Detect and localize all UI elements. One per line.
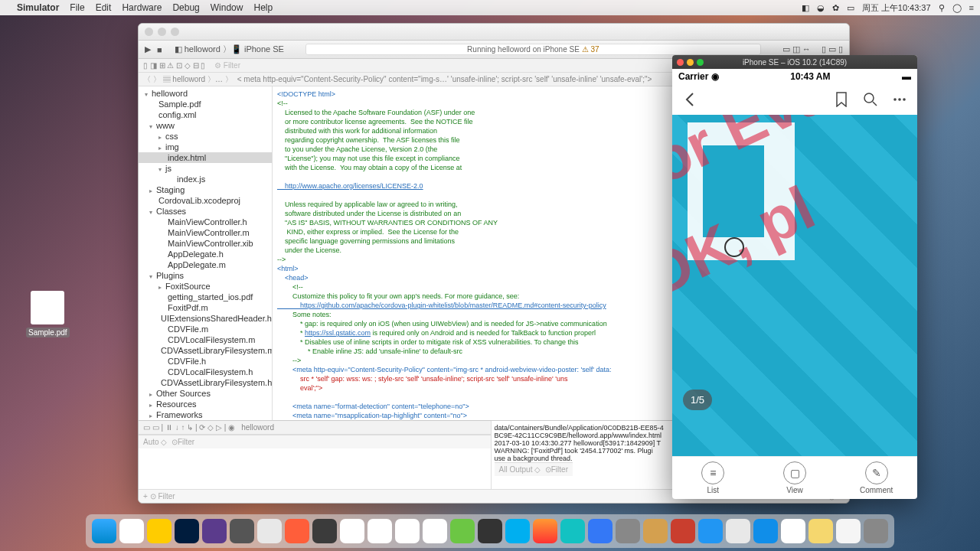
- dock-app[interactable]: [505, 519, 530, 543]
- nav-item[interactable]: Frameworks: [139, 409, 272, 420]
- nav-item[interactable]: index.js: [139, 174, 272, 184]
- dock-app[interactable]: [312, 519, 337, 543]
- dock-app[interactable]: [808, 519, 833, 543]
- macos-dock[interactable]: [86, 514, 894, 548]
- dock-app[interactable]: [423, 519, 447, 543]
- nav-item[interactable]: MainViewController.xib: [139, 238, 272, 249]
- dock-app[interactable]: [671, 519, 695, 543]
- dock-app[interactable]: [119, 519, 144, 543]
- desktop-file[interactable]: Sample.pdf: [26, 291, 69, 337]
- comment-button[interactable]: ✎Comment: [835, 457, 917, 499]
- menu-edit[interactable]: Edit: [96, 2, 112, 13]
- app-menu[interactable]: Simulator: [17, 2, 59, 13]
- minimize-traffic-light[interactable]: [687, 59, 694, 66]
- menu-debug[interactable]: Debug: [172, 2, 199, 13]
- nav-item[interactable]: MainViewController.h: [139, 217, 272, 227]
- nav-item[interactable]: FoxitPdf.m: [139, 302, 272, 313]
- stop-button[interactable]: ■: [157, 45, 162, 54]
- dock-app[interactable]: [450, 519, 475, 543]
- dock-app[interactable]: [202, 519, 227, 543]
- dock-app[interactable]: [726, 519, 750, 543]
- battery-icon[interactable]: ▭: [847, 3, 854, 13]
- dock-app[interactable]: [533, 519, 557, 543]
- nav-item[interactable]: img: [139, 142, 272, 152]
- panel-toggle-buttons[interactable]: ▯ ▭ ▯: [822, 44, 843, 54]
- project-navigator[interactable]: hellowordSample.pdfconfig.xmlwwwcssimgin…: [139, 86, 273, 420]
- close-traffic-light[interactable]: [677, 59, 684, 66]
- nav-item[interactable]: Resources: [139, 399, 272, 409]
- dock-app[interactable]: [340, 519, 364, 543]
- user-icon[interactable]: ◯: [952, 3, 962, 13]
- dock-app[interactable]: [257, 519, 282, 543]
- menu-file[interactable]: File: [70, 2, 84, 13]
- nav-item[interactable]: CordovaLib.xcodeproj: [139, 195, 272, 206]
- nav-item[interactable]: js: [139, 163, 272, 174]
- nav-item[interactable]: CDVLocalFilesystem.h: [139, 367, 272, 377]
- filter-input[interactable]: Filter: [551, 465, 568, 474]
- minimize-traffic-light[interactable]: [158, 28, 166, 36]
- clock[interactable]: 周五 上午10:43:37: [862, 2, 931, 14]
- nav-item[interactable]: Plugins: [139, 270, 272, 281]
- dock-app[interactable]: [92, 519, 116, 543]
- close-traffic-light[interactable]: [145, 28, 153, 36]
- nav-item[interactable]: index.html: [139, 152, 272, 163]
- nav-item[interactable]: AppDelegate.h: [139, 249, 272, 259]
- nav-item[interactable]: Sample.pdf: [139, 99, 272, 109]
- menubar-extra-icon[interactable]: ◧: [802, 3, 809, 13]
- nav-item[interactable]: css: [139, 131, 272, 142]
- spotlight-icon[interactable]: ⚲: [939, 3, 945, 13]
- nav-item[interactable]: AppDelegate.m: [139, 259, 272, 270]
- nav-item[interactable]: Staging: [139, 184, 272, 195]
- view-button[interactable]: ▢View: [754, 457, 836, 499]
- nav-item[interactable]: FoxitSource: [139, 281, 272, 292]
- menu-window[interactable]: Window: [211, 2, 243, 13]
- dock-app[interactable]: [285, 519, 309, 543]
- nav-item[interactable]: getting_started_ios.pdf: [139, 292, 272, 302]
- search-icon[interactable]: [862, 91, 879, 108]
- dock-app[interactable]: [643, 519, 668, 543]
- back-button[interactable]: [681, 91, 698, 108]
- nav-item[interactable]: UIExtensionsSharedHeader.h: [139, 313, 272, 324]
- nav-item[interactable]: Classes: [139, 206, 272, 217]
- dock-app[interactable]: [864, 519, 888, 543]
- bookmark-icon[interactable]: [833, 91, 850, 108]
- zoom-traffic-light[interactable]: [697, 59, 704, 66]
- menu-hardware[interactable]: Hardware: [122, 2, 162, 13]
- scope-selector[interactable]: Auto ◇: [143, 438, 167, 446]
- variables-toolbar[interactable]: ▭ ▭ | ⏸ ↓ ↑ ↳ | ⟳ ◇ ▷ | ◉ helloword: [139, 421, 491, 435]
- more-icon[interactable]: [891, 91, 908, 108]
- menubar-extra-icon[interactable]: ✿: [832, 3, 839, 13]
- nav-item[interactable]: CDVAssetLibraryFilesystem.h: [139, 377, 272, 388]
- nav-item[interactable]: MainViewController.m: [139, 227, 272, 238]
- nav-item[interactable]: config.xml: [139, 109, 272, 120]
- dock-app[interactable]: [395, 519, 420, 543]
- nav-item[interactable]: CDVFile.h: [139, 356, 272, 367]
- device-selector[interactable]: iPhone SE: [244, 44, 284, 54]
- editor-mode-buttons[interactable]: ▭ ◫ ↔: [782, 44, 811, 54]
- dock-app[interactable]: [698, 519, 723, 543]
- zoom-traffic-light[interactable]: [171, 28, 179, 36]
- nav-item[interactable]: CDVFile.m: [139, 324, 272, 334]
- nav-item[interactable]: helloword: [139, 88, 272, 99]
- nav-item[interactable]: CDVLocalFilesystem.m: [139, 334, 272, 345]
- dock-app[interactable]: [560, 519, 585, 543]
- nav-item[interactable]: Other Sources: [139, 388, 272, 399]
- nav-item[interactable]: CDVAssetLibraryFilesystem.m: [139, 345, 272, 356]
- output-selector[interactable]: All Output ◇: [499, 465, 541, 474]
- dock-app[interactable]: [588, 519, 612, 543]
- list-button[interactable]: ≡List: [672, 457, 754, 499]
- dock-app[interactable]: [147, 519, 172, 543]
- pdf-content[interactable]: for Eval DK, pl 1/5: [672, 115, 917, 456]
- dock-app[interactable]: [230, 519, 254, 543]
- dock-app[interactable]: [616, 519, 640, 543]
- dock-app[interactable]: [478, 519, 502, 543]
- dock-app[interactable]: [781, 519, 805, 543]
- wifi-icon[interactable]: ◒: [817, 3, 825, 13]
- menu-help[interactable]: Help: [253, 2, 273, 13]
- notification-center-icon[interactable]: ≡: [969, 3, 974, 12]
- dock-app[interactable]: [368, 519, 392, 543]
- dock-app[interactable]: [836, 519, 861, 543]
- run-button[interactable]: ▶: [145, 44, 151, 54]
- scheme-selector[interactable]: helloword: [185, 44, 220, 54]
- dock-app[interactable]: [175, 519, 199, 543]
